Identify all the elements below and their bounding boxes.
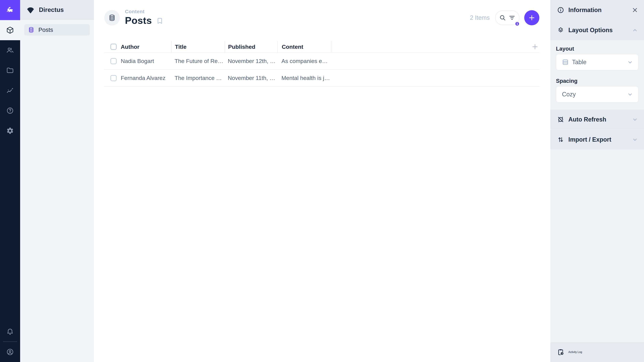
header-actions: 2 Items 1	[470, 10, 539, 25]
cell-author: Nadia Bogart	[118, 58, 171, 64]
layout-select[interactable]: Table	[556, 54, 638, 70]
chevron-down-icon	[632, 136, 638, 143]
chevron-down-icon	[632, 116, 638, 123]
cell-author: Fernanda Alvarez	[118, 75, 171, 81]
column-header-author[interactable]: Author	[118, 43, 171, 50]
cell-title: The Future of Re…	[171, 58, 225, 64]
close-icon[interactable]	[632, 7, 638, 13]
chevron-up-icon	[632, 27, 638, 33]
module-help[interactable]	[0, 100, 20, 121]
users-group-icon	[6, 46, 14, 54]
nav-item-posts[interactable]: Posts	[24, 24, 90, 35]
cell-published: November 11th, …	[225, 75, 278, 81]
column-header-content[interactable]: Content	[278, 41, 331, 52]
section-label: Import / Export	[568, 136, 628, 143]
items-table: Author Title Published Content Nadia Bog…	[104, 41, 540, 87]
database-cylinder-icon	[28, 27, 34, 33]
notifications-bell-icon	[6, 328, 14, 335]
column-header-published[interactable]: Published	[225, 41, 278, 52]
search-icon[interactable]	[499, 14, 506, 21]
table-grid-icon	[562, 58, 569, 66]
breadcrumb: Content	[125, 9, 164, 14]
insights-chart-icon	[6, 87, 14, 94]
item-count: 2 Items	[470, 14, 490, 21]
spacing-select[interactable]: Cozy	[556, 86, 638, 103]
activity-log-label: Activity Log	[568, 351, 582, 354]
section-label: Auto Refresh	[568, 116, 628, 123]
page-header: Content Posts 2 Items	[94, 0, 550, 41]
row-checkbox[interactable]	[110, 58, 116, 64]
spacing-select-value: Cozy	[562, 91, 624, 98]
sidebar-header: Information	[550, 0, 644, 20]
section-auto-refresh[interactable]: Auto Refresh	[550, 110, 644, 129]
files-folder-icon	[6, 66, 14, 74]
add-column-icon[interactable]	[531, 43, 539, 51]
module-users[interactable]	[0, 40, 20, 60]
directus-logo-button[interactable]	[0, 0, 20, 20]
activity-log-button[interactable]: Activity Log	[550, 342, 644, 362]
table-header-row: Author Title Published Content	[104, 41, 540, 53]
select-all-cell	[104, 41, 118, 52]
navigation-sidebar: Directus Posts	[20, 0, 94, 362]
row-select-cell	[104, 70, 118, 86]
bookmark-icon[interactable]	[156, 17, 164, 25]
cell-content: Mental health is j…	[278, 75, 331, 81]
nav-item-label: Posts	[38, 26, 53, 33]
project-header[interactable]: Directus	[20, 0, 94, 20]
row-select-cell	[104, 53, 118, 69]
chevron-down-icon	[627, 59, 634, 65]
layout-options-panel: Layout Table Spacing Cozy	[550, 40, 644, 110]
module-bar-bottom	[0, 321, 20, 362]
cell-title: The Importance …	[171, 75, 225, 81]
cell-content: As companies e…	[278, 58, 331, 64]
header-spacer	[331, 41, 540, 52]
sidebar-filler	[550, 149, 644, 342]
layers-icon	[557, 27, 564, 34]
cell-published: November 12th, …	[225, 58, 278, 64]
notifications-button[interactable]	[0, 321, 20, 341]
section-layout-options[interactable]: Layout Options	[550, 20, 644, 40]
database-cylinder-icon	[108, 14, 116, 21]
table-row[interactable]: Fernanda Alvarez The Importance … Novemb…	[104, 70, 540, 87]
filter-count-badge: 1	[515, 21, 520, 26]
layout-field-label: Layout	[556, 45, 638, 52]
spacing-field-label: Spacing	[556, 78, 638, 84]
swap-vertical-icon	[557, 136, 564, 143]
plus-icon	[528, 14, 536, 22]
content-cube-icon	[6, 26, 14, 34]
title-block: Content Posts	[125, 9, 164, 26]
chevron-down-icon	[627, 91, 634, 98]
collection-icon-button	[104, 10, 120, 25]
help-question-icon	[6, 107, 14, 114]
info-circle-icon	[557, 6, 564, 13]
project-name: Directus	[39, 6, 64, 13]
account-circle-icon	[6, 348, 14, 356]
table-row[interactable]: Nadia Bogart The Future of Re… November …	[104, 53, 540, 70]
account-button[interactable]	[0, 342, 20, 362]
sidebar-title: Information	[568, 6, 628, 13]
module-content[interactable]	[0, 20, 20, 40]
filter-icon[interactable]	[508, 14, 516, 21]
page-title: Posts	[125, 15, 152, 26]
module-settings[interactable]	[0, 121, 20, 141]
module-bar	[0, 0, 20, 362]
add-item-button[interactable]	[524, 10, 539, 25]
column-header-title[interactable]: Title	[171, 41, 225, 52]
section-import-export[interactable]: Import / Export	[550, 130, 644, 149]
main-content: Content Posts 2 Items	[94, 0, 550, 362]
section-label: Layout Options	[568, 27, 628, 34]
search-filter-pill: 1	[495, 10, 520, 25]
row-checkbox[interactable]	[110, 75, 116, 81]
settings-gear-icon	[6, 127, 14, 135]
info-sidebar: Information Layout Options Layout	[550, 0, 644, 362]
module-files[interactable]	[0, 60, 20, 80]
module-insights[interactable]	[0, 80, 20, 100]
project-fan-icon	[26, 6, 34, 14]
clipboard-clock-icon	[557, 349, 564, 356]
select-all-checkbox[interactable]	[110, 44, 116, 50]
sync-disabled-icon	[557, 116, 564, 123]
layout-select-value: Table	[572, 59, 624, 66]
directus-rabbit-icon	[6, 6, 14, 14]
